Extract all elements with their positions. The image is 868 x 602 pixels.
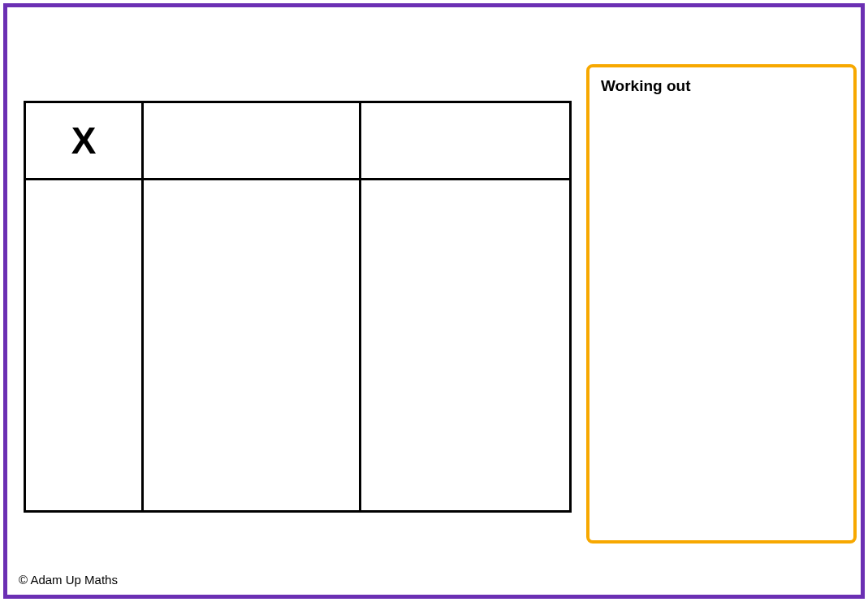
grid-operator-cell: X	[26, 103, 144, 178]
working-out-title: Working out	[601, 77, 842, 95]
page-frame: X Working out © Adam Up Maths	[3, 3, 865, 599]
working-out-box[interactable]: Working out	[586, 64, 857, 544]
grid-body-cell-1-1[interactable]	[144, 180, 361, 510]
grid-header-row: X	[26, 103, 569, 180]
grid-header-cell-2[interactable]	[361, 103, 569, 178]
grid-row-label-1[interactable]	[26, 180, 144, 510]
grid-body-row-1	[26, 180, 569, 510]
multiply-symbol: X	[71, 119, 97, 162]
copyright-text: © Adam Up Maths	[19, 573, 118, 587]
multiplication-grid: X	[24, 101, 572, 513]
grid-body-cell-1-2[interactable]	[361, 180, 569, 510]
grid-header-cell-1[interactable]	[144, 103, 361, 178]
